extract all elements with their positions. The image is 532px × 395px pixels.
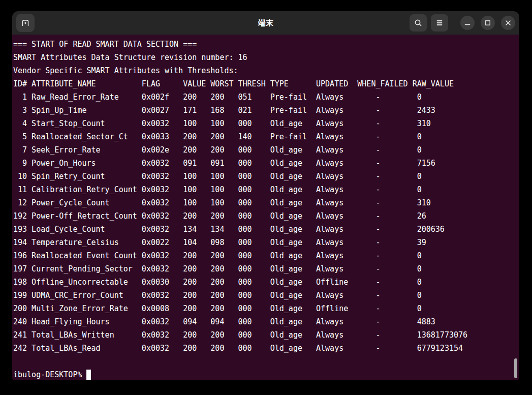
table-row: 9 Power_On_Hours 0x0032 091 091 000 Old_… xyxy=(13,157,519,170)
window-controls xyxy=(460,16,515,30)
close-icon xyxy=(505,20,511,26)
table-header-line: ID# ATTRIBUTE_NAME FLAG VALUE WORST THRE… xyxy=(13,77,519,90)
table-row: 198 Offline_Uncorrectable 0x0030 200 200… xyxy=(13,276,519,289)
table-row: 197 Current_Pending_Sector 0x0032 200 20… xyxy=(13,262,519,276)
search-icon xyxy=(414,19,423,27)
table-row: 200 Multi_Zone_Error_Rate 0x0008 200 200… xyxy=(13,302,519,315)
table-row: 1 Raw_Read_Error_Rate 0x002f 200 200 051… xyxy=(13,90,519,104)
table-row: 3 Spin_Up_Time 0x0027 171 168 021 Pre-fa… xyxy=(13,104,519,117)
menu-button[interactable] xyxy=(431,14,448,32)
maximize-icon xyxy=(485,20,491,26)
terminal-line: === START OF READ SMART DATA SECTION === xyxy=(13,38,519,51)
table-row: 10 Spin_Retry_Count 0x0032 100 100 000 O… xyxy=(13,170,519,183)
terminal-window: 端末 xyxy=(12,11,519,380)
terminal-content[interactable]: === START OF READ SMART DATA SECTION ===… xyxy=(12,35,519,380)
search-button[interactable] xyxy=(410,14,427,32)
terminal-line xyxy=(13,355,519,368)
new-tab-icon xyxy=(21,18,30,27)
maximize-button[interactable] xyxy=(481,16,495,30)
table-row: 193 Load_Cycle_Count 0x0032 134 134 000 … xyxy=(13,223,519,236)
table-row: 192 Power-Off_Retract_Count 0x0032 200 2… xyxy=(13,209,519,223)
table-row: 11 Calibration_Retry_Count 0x0032 100 10… xyxy=(13,183,519,196)
terminal-line: Vendor Specific SMART Attributes with Th… xyxy=(13,64,519,77)
table-row: 5 Reallocated_Sector_Ct 0x0033 200 200 1… xyxy=(13,130,519,143)
scrollbar-thumb[interactable] xyxy=(514,358,517,378)
table-row: 241 Total_LBAs_Written 0x0032 200 200 00… xyxy=(13,328,519,342)
table-row: 194 Temperature_Celsius 0x0022 104 098 0… xyxy=(13,236,519,249)
new-tab-button[interactable] xyxy=(16,14,35,32)
titlebar[interactable]: 端末 xyxy=(12,11,519,35)
table-row: 4 Start_Stop_Count 0x0032 100 100 000 Ol… xyxy=(13,117,519,130)
shell-prompt: ibulog-DESKTOP% xyxy=(13,370,82,379)
minimize-icon xyxy=(464,20,471,26)
table-row: 240 Head_Flying_Hours 0x0032 094 094 000… xyxy=(13,315,519,328)
table-row: 242 Total_LBAs_Read 0x0032 200 200 000 O… xyxy=(13,342,519,355)
table-row: 12 Power_Cycle_Count 0x0032 100 100 000 … xyxy=(13,196,519,209)
minimize-button[interactable] xyxy=(460,16,475,30)
table-row: 199 UDMA_CRC_Error_Count 0x0032 200 200 … xyxy=(13,289,519,302)
terminal-line: SMART Attributes Data Structure revision… xyxy=(13,51,519,64)
terminal-output: === START OF READ SMART DATA SECTION ===… xyxy=(13,38,519,368)
prompt-line: ibulog-DESKTOP% xyxy=(13,368,519,380)
text-cursor xyxy=(86,370,91,380)
table-row: 196 Reallocated_Event_Count 0x0032 200 2… xyxy=(13,249,519,262)
menu-icon xyxy=(435,19,444,26)
close-button[interactable] xyxy=(501,16,515,30)
table-row: 7 Seek_Error_Rate 0x002e 200 200 000 Old… xyxy=(13,143,519,157)
